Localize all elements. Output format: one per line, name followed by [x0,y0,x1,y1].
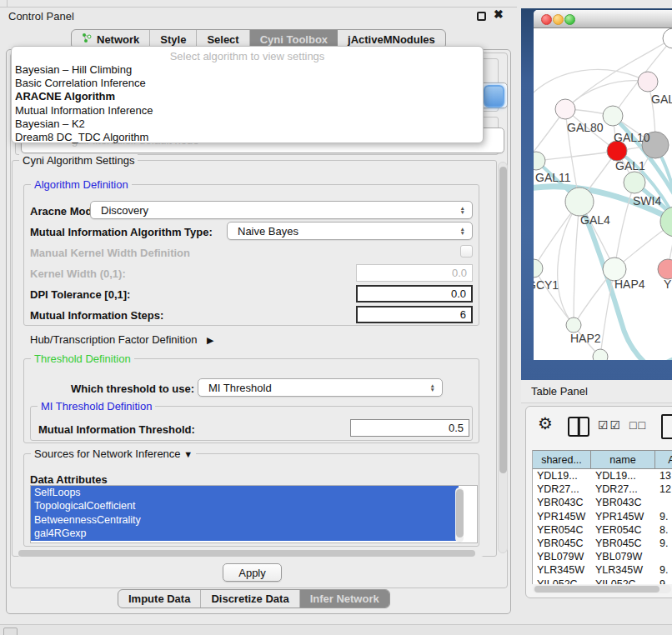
manual-kernel-label: Manual Kernel Width Definition [30,247,190,259]
table-cell[interactable]: 9. [655,538,672,549]
table-row[interactable]: YER054CYER054C8. [533,523,672,537]
minimize-traffic-light[interactable] [553,14,564,25]
table-cell[interactable]: YLR345W [533,564,591,576]
dropdown-item[interactable]: Mutual Information Inference [12,104,483,118]
table-horizontal-scrollbar[interactable] [533,585,671,593]
split-columns-icon[interactable] [568,417,589,437]
mi-type-combo[interactable]: Naive Bayes ▲▼ [227,222,473,240]
network-node-gcy1[interactable] [534,259,543,278]
network-node-gal4[interactable] [565,188,594,216]
attribute-list-item[interactable]: TopologicalCoefficient [31,499,459,512]
table-row[interactable]: YLR345WYLR345W9. [533,563,672,577]
new-table-page-icon[interactable] [661,414,672,439]
table-cell[interactable]: YBR045C [591,538,655,549]
table-cell[interactable]: YBL079W [591,551,655,562]
network-node[interactable] [663,28,672,48]
list-vertical-scrollbar[interactable] [455,488,464,542]
network-node-gal80[interactable] [555,99,575,119]
tab-discretize-data[interactable]: Discretize Data [201,590,299,608]
list-scrollbar-thumb[interactable] [456,489,464,538]
dropdown-item[interactable]: Bayesian – Hill Climbing [12,63,483,77]
manual-kernel-checkbox[interactable] [460,245,473,258]
tab-infer-network[interactable]: Infer Network [300,590,389,608]
dpi-tolerance-field[interactable]: 0.0 [356,285,473,302]
network-canvas[interactable]: GALGAL80GAL10GAL1GAL11SWI4GAL4GCY1HAP4YH… [534,28,672,360]
network-node[interactable] [593,349,608,360]
dropdown-item[interactable]: Bayesian – K2 [12,118,483,131]
table-column-header[interactable]: name [591,451,655,468]
table-cell[interactable]: YBR045C [533,538,591,549]
deselect-all-checkboxes-icon[interactable]: □□ [629,418,647,432]
table-cell[interactable]: YER054C [591,524,655,536]
apply-button[interactable]: Apply [223,563,282,582]
close-traffic-light[interactable] [541,14,552,25]
dropdown-item[interactable]: ARACNE Algorithm [12,90,483,103]
network-node-swi4[interactable] [624,172,645,193]
dropdown-item[interactable]: Dream8 DC_TDC Algorithm [12,131,483,144]
settings-horizontal-scrollbar[interactable] [17,549,484,557]
hub-definition-expander[interactable]: Hub/Transcription Factor Definition ▶ [30,333,213,346]
table-cell[interactable]: 12 [655,483,672,495]
collapse-arrow-icon[interactable]: ▼ [183,449,193,459]
network-node-y[interactable] [658,259,672,279]
settings-scrollbar-thumb[interactable] [499,167,507,473]
mi-steps-field[interactable]: 6 [356,306,473,323]
table-cell[interactable]: YDR27... [591,483,655,495]
table-cell[interactable]: 9. [655,564,672,576]
gear-icon[interactable]: ⚙ [538,413,553,433]
panel-divider-notch [7,0,8,7]
hscrollbar-thumb[interactable] [18,550,475,557]
table-cell[interactable]: 13 [655,470,672,482]
table-cell[interactable]: 9. [655,511,672,522]
select-all-checkboxes-icon[interactable]: ☑☑ [598,418,622,432]
table-cell[interactable]: YBL079W [533,551,591,562]
which-threshold-combo[interactable]: MI Threshold ▲▼ [198,378,443,397]
table-row[interactable]: YBR043CYBR043C [533,496,672,509]
table-cell[interactable]: YPR145W [591,511,655,522]
table-cell[interactable]: YDL19... [533,470,591,482]
tab-impute-data[interactable]: Impute Data [118,590,201,608]
aracne-mode-combo[interactable]: Discovery ▲▼ [90,201,473,219]
table-cell[interactable]: YIL052C [591,578,655,584]
table-cell[interactable]: YER054C [533,524,591,536]
table-cell[interactable]: 9 [655,578,672,584]
mi-threshold-field[interactable]: 0.5 [350,419,469,437]
table-cell[interactable]: YLR345W [591,564,655,576]
combo-focus-button[interactable] [484,85,504,108]
bottom-tabbar: Impute Data Discretize Data Infer Networ… [118,589,390,608]
network-node-gal[interactable] [638,72,658,92]
aracne-mode-value: Discovery [101,204,148,217]
table-row[interactable]: YIL052CYIL052C9 [533,578,672,585]
network-window-titlebar[interactable] [534,10,672,28]
settings-vertical-scrollbar[interactable] [498,162,508,553]
network-edge [558,202,579,325]
attribute-list-item[interactable]: SelfLoops [31,486,459,499]
table-hscrollbar-thumb[interactable] [534,586,659,592]
table-row[interactable]: YDL19...YDL19...13 [533,469,672,482]
network-node-hap2[interactable] [566,318,581,332]
zoom-traffic-light[interactable] [564,14,575,25]
table-cell[interactable]: 8. [655,524,672,536]
table-row[interactable]: YBR045CYBR045C9. [533,537,672,550]
table-cell[interactable]: YIL052C [533,578,591,584]
kernel-width-field[interactable]: 0.0 [356,264,473,282]
table-cell[interactable]: YPR145W [533,511,591,522]
data-attributes-items: SelfLoopsTopologicalCoefficientBetweenne… [31,486,477,541]
close-panel-icon[interactable]: ✖ [494,8,504,21]
panel-mini-button[interactable] [3,628,18,635]
table-row[interactable]: YDR27...YDR27...12 [533,482,672,496]
attribute-list-item[interactable]: BetweennessCentrality [31,513,459,527]
table-row[interactable]: YBL079WYBL079W [533,550,672,563]
table-cell[interactable]: YBR043C [591,497,655,508]
dropdown-item[interactable]: Basic Correlation Inference [12,77,483,90]
table-cell[interactable]: YDR27... [533,483,591,495]
table-column-header[interactable]: shared... [533,451,591,468]
network-node-gal10[interactable] [603,106,623,126]
float-panel-button[interactable] [477,12,486,21]
table-cell[interactable]: YDL19... [591,470,655,482]
tab-label: Cyni Toolbox [260,33,328,46]
table-cell[interactable]: YBR043C [533,497,591,508]
table-row[interactable]: YPR145WYPR145W9. [533,510,672,523]
attribute-list-item[interactable]: gal4RGexp [31,527,459,540]
table-column-header[interactable]: A [655,451,672,468]
